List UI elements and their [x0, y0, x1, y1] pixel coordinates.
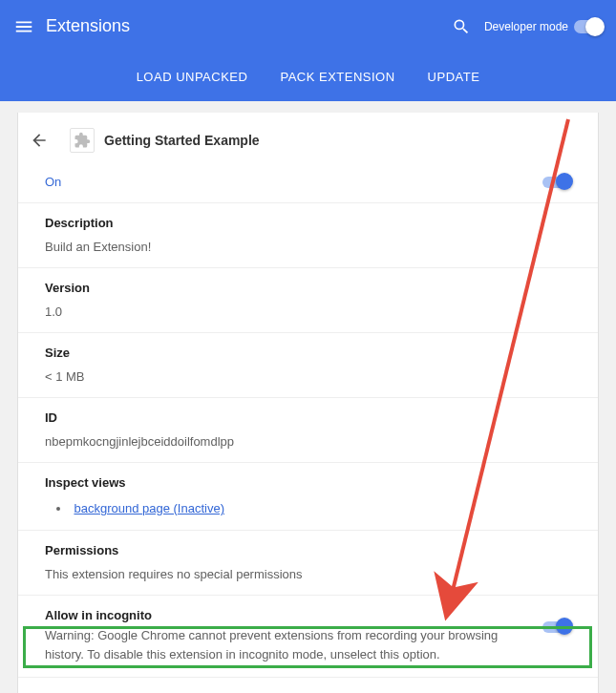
- id-section: ID nbepmkocngjinlejbceiddoilfomdlpp: [18, 398, 598, 463]
- search-icon[interactable]: [452, 17, 471, 36]
- incognito-section: Allow in incognito Warning: Google Chrom…: [18, 596, 598, 678]
- bullet-icon: [56, 507, 60, 511]
- incognito-warning: Warning: Google Chrome cannot prevent ex…: [45, 626, 520, 663]
- version-section: Version 1.0: [18, 268, 598, 333]
- on-label: On: [45, 175, 61, 189]
- page-title: Extensions: [46, 16, 452, 36]
- size-label: Size: [45, 346, 571, 360]
- size-section: Size < 1 MB: [18, 333, 598, 398]
- card-header: Getting Started Example: [18, 113, 598, 162]
- inspect-label: Inspect views: [45, 475, 571, 490]
- version-value: 1.0: [45, 304, 571, 319]
- description-value: Build an Extension!: [45, 240, 571, 254]
- extension-name: Getting Started Example: [104, 133, 260, 148]
- tab-pack-extension[interactable]: PACK EXTENSION: [264, 70, 411, 84]
- background-page-link[interactable]: background page (Inactive): [74, 501, 224, 515]
- extension-icon: [70, 128, 95, 153]
- header-top: Extensions Developer mode: [0, 0, 616, 52]
- permissions-value: This extension requires no special permi…: [45, 567, 571, 581]
- dev-mode-label: Developer mode: [484, 20, 568, 33]
- on-section: On: [18, 162, 598, 203]
- back-icon[interactable]: [30, 131, 49, 150]
- version-label: Version: [45, 281, 571, 295]
- permissions-section: Permissions This extension requires no s…: [18, 531, 598, 596]
- description-section: Description Build an Extension!: [18, 203, 598, 268]
- header-tabs: LOAD UNPACKED PACK EXTENSION UPDATE: [0, 52, 616, 101]
- enabled-toggle[interactable]: [542, 177, 571, 188]
- tab-load-unpacked[interactable]: LOAD UNPACKED: [120, 70, 265, 84]
- permissions-label: Permissions: [45, 543, 571, 557]
- incognito-toggle[interactable]: [542, 621, 571, 633]
- size-value: < 1 MB: [45, 369, 571, 384]
- header: Extensions Developer mode LOAD UNPACKED …: [0, 0, 616, 101]
- description-label: Description: [45, 216, 571, 230]
- detail-card: Getting Started Example On Description B…: [17, 113, 599, 693]
- id-value: nbepmkocngjinlejbceiddoilfomdlpp: [45, 434, 571, 449]
- id-label: ID: [45, 410, 571, 425]
- menu-icon[interactable]: [13, 16, 34, 37]
- incognito-label: Allow in incognito: [45, 608, 520, 622]
- tab-update[interactable]: UPDATE: [412, 70, 497, 84]
- inspect-section: Inspect views background page (Inactive): [18, 463, 598, 531]
- extension-options-row[interactable]: Extension options: [18, 678, 598, 693]
- dev-mode-toggle[interactable]: [574, 20, 603, 33]
